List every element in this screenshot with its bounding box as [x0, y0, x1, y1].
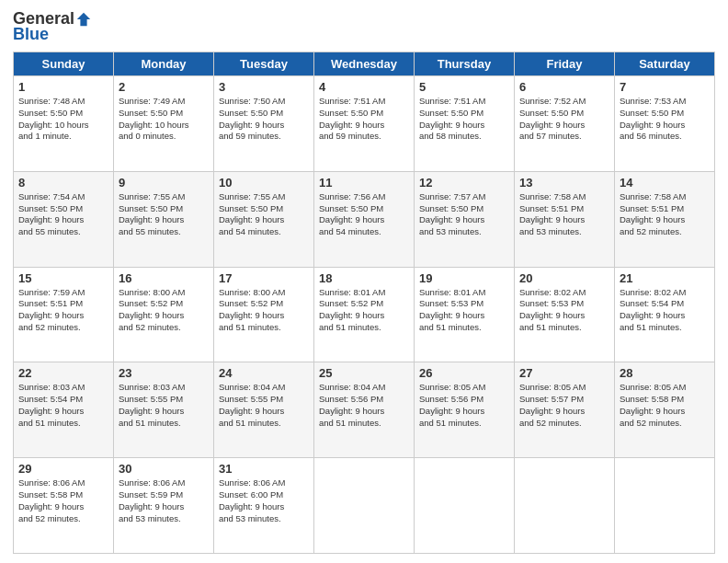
day-number: 18	[319, 271, 409, 285]
table-row: 4Sunrise: 7:51 AMSunset: 5:50 PMDaylight…	[314, 76, 415, 172]
table-row: 20Sunrise: 8:02 AMSunset: 5:53 PMDayligh…	[515, 267, 615, 362]
table-row: 26Sunrise: 8:05 AMSunset: 5:56 PMDayligh…	[415, 362, 515, 458]
day-info: Sunrise: 8:03 AMSunset: 5:55 PMDaylight:…	[119, 382, 209, 429]
logo-blue: Blue	[13, 25, 49, 44]
day-number: 5	[419, 80, 509, 94]
col-saturday: Saturday	[615, 52, 715, 76]
logo: General Blue	[13, 9, 92, 44]
table-row: 2Sunrise: 7:49 AMSunset: 5:50 PMDaylight…	[114, 76, 214, 172]
day-info: Sunrise: 7:54 AMSunset: 5:50 PMDaylight:…	[18, 191, 108, 238]
day-number: 27	[519, 366, 609, 380]
day-info: Sunrise: 8:06 AMSunset: 5:58 PMDaylight:…	[18, 477, 108, 524]
table-row: 5Sunrise: 7:51 AMSunset: 5:50 PMDaylight…	[415, 76, 515, 172]
calendar-header-row: Sunday Monday Tuesday Wednesday Thursday…	[14, 52, 715, 76]
day-info: Sunrise: 7:51 AMSunset: 5:50 PMDaylight:…	[319, 96, 409, 143]
day-number: 30	[119, 462, 209, 476]
table-row: 6Sunrise: 7:52 AMSunset: 5:50 PMDaylight…	[515, 76, 615, 172]
day-number: 1	[18, 80, 108, 94]
col-sunday: Sunday	[14, 52, 114, 76]
day-info: Sunrise: 7:48 AMSunset: 5:50 PMDaylight:…	[18, 96, 108, 143]
day-info: Sunrise: 7:55 AMSunset: 5:50 PMDaylight:…	[219, 191, 309, 238]
day-info: Sunrise: 7:51 AMSunset: 5:50 PMDaylight:…	[419, 96, 509, 143]
day-number: 13	[519, 176, 609, 190]
day-number: 17	[219, 271, 309, 285]
table-row: 25Sunrise: 8:04 AMSunset: 5:56 PMDayligh…	[314, 362, 415, 458]
day-number: 31	[219, 462, 309, 476]
day-number: 6	[519, 80, 609, 94]
day-info: Sunrise: 7:49 AMSunset: 5:50 PMDaylight:…	[119, 96, 209, 143]
day-number: 15	[18, 271, 108, 285]
day-number: 21	[620, 271, 710, 285]
table-row: 9Sunrise: 7:55 AMSunset: 5:50 PMDaylight…	[114, 171, 214, 267]
day-info: Sunrise: 8:03 AMSunset: 5:54 PMDaylight:…	[18, 382, 108, 429]
table-row: 8Sunrise: 7:54 AMSunset: 5:50 PMDaylight…	[14, 171, 114, 267]
day-info: Sunrise: 7:52 AMSunset: 5:50 PMDaylight:…	[519, 96, 609, 143]
table-row: 21Sunrise: 8:02 AMSunset: 5:54 PMDayligh…	[615, 267, 715, 362]
day-number: 11	[319, 176, 409, 190]
day-info: Sunrise: 7:50 AMSunset: 5:50 PMDaylight:…	[219, 96, 309, 143]
col-friday: Friday	[515, 52, 615, 76]
day-info: Sunrise: 7:58 AMSunset: 5:51 PMDaylight:…	[519, 191, 609, 238]
day-info: Sunrise: 8:01 AMSunset: 5:52 PMDaylight:…	[319, 287, 409, 334]
day-info: Sunrise: 7:55 AMSunset: 5:50 PMDaylight:…	[119, 191, 209, 238]
col-wednesday: Wednesday	[314, 52, 415, 76]
table-row: 29Sunrise: 8:06 AMSunset: 5:58 PMDayligh…	[14, 458, 114, 554]
table-row: 23Sunrise: 8:03 AMSunset: 5:55 PMDayligh…	[114, 362, 214, 458]
col-tuesday: Tuesday	[214, 52, 314, 76]
calendar-page: General Blue Sunday Monday Tuesday Wedne…	[0, 0, 728, 563]
table-row: 12Sunrise: 7:57 AMSunset: 5:50 PMDayligh…	[415, 171, 515, 267]
day-info: Sunrise: 7:56 AMSunset: 5:50 PMDaylight:…	[319, 191, 409, 238]
day-number: 24	[219, 366, 309, 380]
day-info: Sunrise: 7:58 AMSunset: 5:51 PMDaylight:…	[620, 191, 710, 238]
day-number: 28	[620, 366, 710, 380]
day-number: 22	[18, 366, 108, 380]
day-number: 12	[419, 176, 509, 190]
day-number: 29	[18, 462, 108, 476]
day-number: 26	[419, 366, 509, 380]
table-row: 14Sunrise: 7:58 AMSunset: 5:51 PMDayligh…	[615, 171, 715, 267]
table-row: 17Sunrise: 8:00 AMSunset: 5:52 PMDayligh…	[214, 267, 314, 362]
day-number: 25	[319, 366, 409, 380]
col-monday: Monday	[114, 52, 214, 76]
table-row: 28Sunrise: 8:05 AMSunset: 5:58 PMDayligh…	[615, 362, 715, 458]
day-info: Sunrise: 8:05 AMSunset: 5:56 PMDaylight:…	[419, 382, 509, 429]
table-row: 10Sunrise: 7:55 AMSunset: 5:50 PMDayligh…	[214, 171, 314, 267]
empty-cell	[615, 458, 715, 554]
calendar-week-row: 8Sunrise: 7:54 AMSunset: 5:50 PMDaylight…	[14, 171, 715, 267]
day-info: Sunrise: 8:02 AMSunset: 5:53 PMDaylight:…	[519, 287, 609, 334]
empty-cell	[314, 458, 415, 554]
table-row: 16Sunrise: 8:00 AMSunset: 5:52 PMDayligh…	[114, 267, 214, 362]
table-row: 19Sunrise: 8:01 AMSunset: 5:53 PMDayligh…	[415, 267, 515, 362]
col-thursday: Thursday	[415, 52, 515, 76]
table-row: 3Sunrise: 7:50 AMSunset: 5:50 PMDaylight…	[214, 76, 314, 172]
day-info: Sunrise: 8:02 AMSunset: 5:54 PMDaylight:…	[620, 287, 710, 334]
day-number: 9	[119, 176, 209, 190]
day-number: 10	[219, 176, 309, 190]
day-info: Sunrise: 7:57 AMSunset: 5:50 PMDaylight:…	[419, 191, 509, 238]
day-number: 7	[620, 80, 710, 94]
day-info: Sunrise: 8:00 AMSunset: 5:52 PMDaylight:…	[119, 287, 209, 334]
calendar-table: Sunday Monday Tuesday Wednesday Thursday…	[13, 52, 715, 554]
table-row: 24Sunrise: 8:04 AMSunset: 5:55 PMDayligh…	[214, 362, 314, 458]
svg-marker-0	[77, 12, 90, 25]
day-number: 14	[620, 176, 710, 190]
day-info: Sunrise: 8:04 AMSunset: 5:56 PMDaylight:…	[319, 382, 409, 429]
day-number: 2	[119, 80, 209, 94]
calendar-week-row: 1Sunrise: 7:48 AMSunset: 5:50 PMDaylight…	[14, 76, 715, 172]
table-row: 18Sunrise: 8:01 AMSunset: 5:52 PMDayligh…	[314, 267, 415, 362]
day-number: 8	[18, 176, 108, 190]
day-info: Sunrise: 8:06 AMSunset: 5:59 PMDaylight:…	[119, 477, 209, 524]
day-info: Sunrise: 8:05 AMSunset: 5:57 PMDaylight:…	[519, 382, 609, 429]
day-number: 20	[519, 271, 609, 285]
day-number: 23	[119, 366, 209, 380]
day-number: 4	[319, 80, 409, 94]
table-row: 7Sunrise: 7:53 AMSunset: 5:50 PMDaylight…	[615, 76, 715, 172]
logo-icon	[75, 11, 92, 28]
table-row: 15Sunrise: 7:59 AMSunset: 5:51 PMDayligh…	[14, 267, 114, 362]
day-number: 19	[419, 271, 509, 285]
table-row: 1Sunrise: 7:48 AMSunset: 5:50 PMDaylight…	[14, 76, 114, 172]
table-row: 31Sunrise: 8:06 AMSunset: 6:00 PMDayligh…	[214, 458, 314, 554]
day-info: Sunrise: 8:00 AMSunset: 5:52 PMDaylight:…	[219, 287, 309, 334]
day-info: Sunrise: 8:05 AMSunset: 5:58 PMDaylight:…	[620, 382, 710, 429]
day-number: 16	[119, 271, 209, 285]
